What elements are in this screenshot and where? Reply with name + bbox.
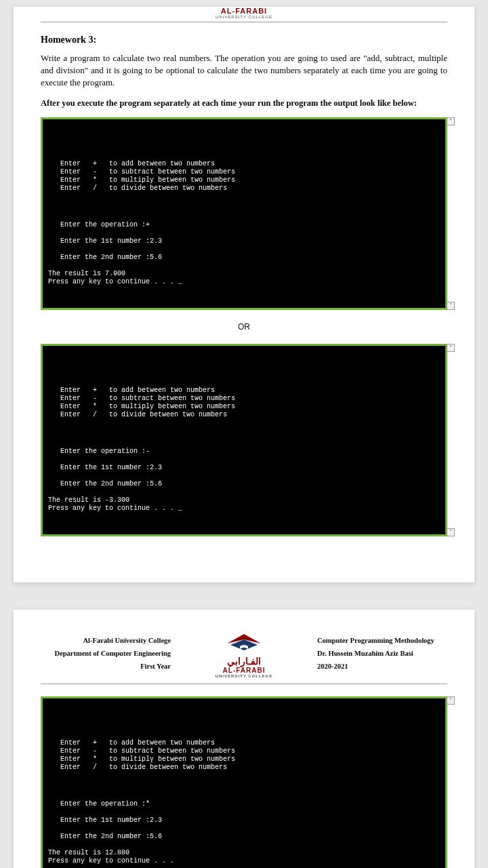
result-line: The result is 12.880	[48, 849, 129, 856]
menu-line-subtract: Enter - to subtract between two numbers	[60, 168, 235, 176]
menu-line-divide: Enter / to divide between two numbers	[60, 764, 227, 771]
page-body: Homework 3: Write a program to calculate…	[14, 35, 474, 583]
header-center-logo: الفـارابي AL-FARABI UNIVERSITY COLLEGE	[216, 630, 273, 678]
menu-line-add: Enter + to add between two numbers	[60, 739, 215, 747]
scrollbar-up-icon[interactable]: ˄	[447, 117, 455, 125]
homework-title: Homework 3:	[41, 35, 447, 45]
continue-prompt: Press any key to continue . . .	[48, 857, 174, 865]
document-page-1: AL-FARABI UNIVERSITY COLLEGE Homework 3:…	[14, 7, 474, 583]
header-left-column: Al-Farabi University College Department …	[41, 635, 176, 673]
homework-description: Write a program to calculate two real nu…	[41, 52, 447, 90]
menu-line-add: Enter + to add between two numbers	[60, 387, 215, 394]
college-name-en: AL-FARABI	[14, 7, 474, 15]
college-logo-icon	[225, 630, 263, 654]
header-divider	[41, 684, 447, 684]
scrollbar-up-icon[interactable]: ˄	[447, 344, 455, 352]
prompt-operation: Enter the operation :-	[60, 448, 150, 455]
prompt-second-number: Enter the 2nd number :5.6	[60, 480, 162, 488]
college-subtitle: UNIVERSITY COLLEGE	[216, 674, 273, 678]
result-line: The result is 7.900	[48, 270, 125, 277]
page-header-logo: AL-FARABI UNIVERSITY COLLEGE	[14, 7, 474, 19]
prompt-operation: Enter the operation :*	[60, 800, 150, 808]
scrollbar-down-icon[interactable]: ˅	[447, 302, 455, 310]
college-name-ar: الفـارابي	[227, 656, 261, 667]
menu-line-multiply: Enter * to multiply between two numbers	[60, 403, 235, 410]
header-right-column: Computer Programming Methodology Dr. Hus…	[312, 635, 447, 673]
terminal-output-multiply: ˄ ˅ Enter + to add between two numbers E…	[41, 696, 447, 868]
prompt-first-number: Enter the 1st number :2.3	[60, 237, 162, 245]
scrollbar-down-icon[interactable]: ˅	[447, 528, 455, 536]
prompt-first-number: Enter the 1st number :2.3	[60, 816, 162, 824]
prompt-second-number: Enter the 2nd number :5.6	[60, 254, 162, 261]
college-subtitle: UNIVERSITY COLLEGE	[14, 15, 474, 19]
terminal-output-subtract: ˄ ˅ Enter + to add between two numbers E…	[41, 344, 447, 536]
instructor-name: Dr. Hussein Muzahim Aziz Basi	[317, 648, 447, 660]
result-line: The result is -3.300	[48, 496, 129, 504]
terminal-output-add: ˄ ˅ Enter + to add between two numbers E…	[41, 117, 447, 310]
college-full-name: Al-Farabi University College	[41, 635, 171, 648]
header-divider	[41, 22, 447, 22]
college-name-en: AL-FARABI	[223, 667, 266, 674]
menu-line-multiply: Enter * to multiply between two numbers	[60, 755, 235, 763]
prompt-second-number: Enter the 2nd number :5.6	[60, 833, 162, 840]
academic-year: 2020-2021	[317, 660, 447, 673]
menu-line-subtract: Enter - to subtract between two numbers	[60, 395, 235, 402]
continue-prompt: Press any key to continue . . . _	[48, 278, 182, 285]
scrollbar-up-icon[interactable]: ˄	[447, 696, 455, 705]
or-separator: OR	[41, 322, 447, 332]
continue-prompt: Press any key to continue . . . _	[48, 505, 182, 512]
year-label: First Year	[41, 660, 171, 673]
menu-line-add: Enter + to add between two numbers	[60, 160, 215, 167]
menu-line-subtract: Enter - to subtract between two numbers	[60, 747, 235, 755]
document-page-2: Al-Farabi University College Department …	[14, 610, 474, 868]
department-name: Department of Computer Engineering	[41, 648, 171, 660]
menu-line-multiply: Enter * to multiply between two numbers	[60, 176, 235, 184]
prompt-first-number: Enter the 1st number :2.3	[60, 464, 162, 471]
page2-header-block: Al-Farabi University College Department …	[14, 610, 474, 682]
prompt-operation: Enter the operation :+	[60, 221, 150, 229]
page2-body: ˄ ˅ Enter + to add between two numbers E…	[14, 696, 474, 868]
menu-line-divide: Enter / to divide between two numbers	[60, 411, 227, 418]
menu-line-divide: Enter / to divide between two numbers	[60, 184, 227, 192]
homework-instruction: After you execute the program separately…	[41, 98, 447, 110]
course-name: Computer Programming Methodology	[317, 635, 447, 648]
